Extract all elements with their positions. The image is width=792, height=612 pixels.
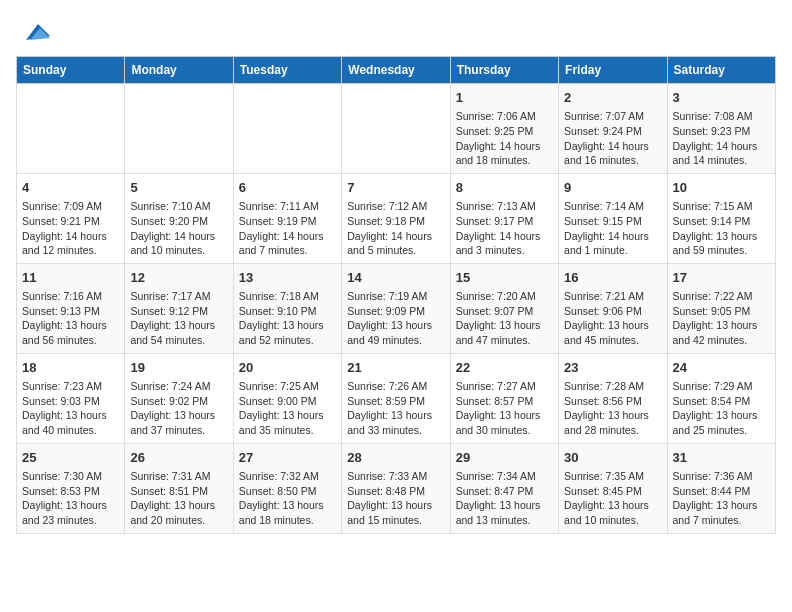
day-info: Sunrise: 7:15 AM Sunset: 9:14 PM Dayligh… xyxy=(673,199,770,258)
day-number: 19 xyxy=(130,359,227,377)
day-info: Sunrise: 7:23 AM Sunset: 9:03 PM Dayligh… xyxy=(22,379,119,438)
day-info: Sunrise: 7:11 AM Sunset: 9:19 PM Dayligh… xyxy=(239,199,336,258)
day-number: 4 xyxy=(22,179,119,197)
calendar-cell xyxy=(17,84,125,174)
day-info: Sunrise: 7:10 AM Sunset: 9:20 PM Dayligh… xyxy=(130,199,227,258)
logo xyxy=(16,16,50,48)
calendar-cell: 8Sunrise: 7:13 AM Sunset: 9:17 PM Daylig… xyxy=(450,173,558,263)
day-number: 21 xyxy=(347,359,444,377)
calendar-cell: 7Sunrise: 7:12 AM Sunset: 9:18 PM Daylig… xyxy=(342,173,450,263)
calendar-cell: 21Sunrise: 7:26 AM Sunset: 8:59 PM Dayli… xyxy=(342,353,450,443)
day-number: 17 xyxy=(673,269,770,287)
day-number: 10 xyxy=(673,179,770,197)
calendar-cell: 11Sunrise: 7:16 AM Sunset: 9:13 PM Dayli… xyxy=(17,263,125,353)
day-number: 23 xyxy=(564,359,661,377)
day-number: 13 xyxy=(239,269,336,287)
header-day-saturday: Saturday xyxy=(667,57,775,84)
day-number: 22 xyxy=(456,359,553,377)
calendar-cell: 17Sunrise: 7:22 AM Sunset: 9:05 PM Dayli… xyxy=(667,263,775,353)
day-info: Sunrise: 7:33 AM Sunset: 8:48 PM Dayligh… xyxy=(347,469,444,528)
day-number: 28 xyxy=(347,449,444,467)
day-info: Sunrise: 7:22 AM Sunset: 9:05 PM Dayligh… xyxy=(673,289,770,348)
day-info: Sunrise: 7:17 AM Sunset: 9:12 PM Dayligh… xyxy=(130,289,227,348)
day-info: Sunrise: 7:36 AM Sunset: 8:44 PM Dayligh… xyxy=(673,469,770,528)
calendar-header-row: SundayMondayTuesdayWednesdayThursdayFrid… xyxy=(17,57,776,84)
calendar-week-2: 4Sunrise: 7:09 AM Sunset: 9:21 PM Daylig… xyxy=(17,173,776,263)
calendar-cell: 6Sunrise: 7:11 AM Sunset: 9:19 PM Daylig… xyxy=(233,173,341,263)
header-day-sunday: Sunday xyxy=(17,57,125,84)
day-number: 7 xyxy=(347,179,444,197)
day-number: 30 xyxy=(564,449,661,467)
day-info: Sunrise: 7:25 AM Sunset: 9:00 PM Dayligh… xyxy=(239,379,336,438)
day-number: 26 xyxy=(130,449,227,467)
day-info: Sunrise: 7:29 AM Sunset: 8:54 PM Dayligh… xyxy=(673,379,770,438)
day-number: 12 xyxy=(130,269,227,287)
day-info: Sunrise: 7:20 AM Sunset: 9:07 PM Dayligh… xyxy=(456,289,553,348)
calendar-cell: 29Sunrise: 7:34 AM Sunset: 8:47 PM Dayli… xyxy=(450,443,558,533)
calendar-cell: 28Sunrise: 7:33 AM Sunset: 8:48 PM Dayli… xyxy=(342,443,450,533)
day-number: 1 xyxy=(456,89,553,107)
calendar-cell: 15Sunrise: 7:20 AM Sunset: 9:07 PM Dayli… xyxy=(450,263,558,353)
calendar-cell: 19Sunrise: 7:24 AM Sunset: 9:02 PM Dayli… xyxy=(125,353,233,443)
calendar-cell: 18Sunrise: 7:23 AM Sunset: 9:03 PM Dayli… xyxy=(17,353,125,443)
day-info: Sunrise: 7:06 AM Sunset: 9:25 PM Dayligh… xyxy=(456,109,553,168)
header xyxy=(16,16,776,48)
day-info: Sunrise: 7:27 AM Sunset: 8:57 PM Dayligh… xyxy=(456,379,553,438)
calendar-table: SundayMondayTuesdayWednesdayThursdayFrid… xyxy=(16,56,776,534)
day-info: Sunrise: 7:12 AM Sunset: 9:18 PM Dayligh… xyxy=(347,199,444,258)
calendar-cell: 4Sunrise: 7:09 AM Sunset: 9:21 PM Daylig… xyxy=(17,173,125,263)
day-number: 20 xyxy=(239,359,336,377)
calendar-cell xyxy=(125,84,233,174)
calendar-cell: 13Sunrise: 7:18 AM Sunset: 9:10 PM Dayli… xyxy=(233,263,341,353)
calendar-cell: 24Sunrise: 7:29 AM Sunset: 8:54 PM Dayli… xyxy=(667,353,775,443)
header-day-friday: Friday xyxy=(559,57,667,84)
day-number: 2 xyxy=(564,89,661,107)
day-number: 29 xyxy=(456,449,553,467)
day-number: 14 xyxy=(347,269,444,287)
calendar-cell: 30Sunrise: 7:35 AM Sunset: 8:45 PM Dayli… xyxy=(559,443,667,533)
header-day-tuesday: Tuesday xyxy=(233,57,341,84)
calendar-cell: 14Sunrise: 7:19 AM Sunset: 9:09 PM Dayli… xyxy=(342,263,450,353)
calendar-cell: 12Sunrise: 7:17 AM Sunset: 9:12 PM Dayli… xyxy=(125,263,233,353)
calendar-week-4: 18Sunrise: 7:23 AM Sunset: 9:03 PM Dayli… xyxy=(17,353,776,443)
logo-icon xyxy=(18,16,50,48)
calendar-cell: 9Sunrise: 7:14 AM Sunset: 9:15 PM Daylig… xyxy=(559,173,667,263)
day-info: Sunrise: 7:31 AM Sunset: 8:51 PM Dayligh… xyxy=(130,469,227,528)
day-info: Sunrise: 7:13 AM Sunset: 9:17 PM Dayligh… xyxy=(456,199,553,258)
day-info: Sunrise: 7:16 AM Sunset: 9:13 PM Dayligh… xyxy=(22,289,119,348)
day-info: Sunrise: 7:09 AM Sunset: 9:21 PM Dayligh… xyxy=(22,199,119,258)
calendar-cell: 23Sunrise: 7:28 AM Sunset: 8:56 PM Dayli… xyxy=(559,353,667,443)
day-number: 16 xyxy=(564,269,661,287)
day-info: Sunrise: 7:24 AM Sunset: 9:02 PM Dayligh… xyxy=(130,379,227,438)
calendar-week-1: 1Sunrise: 7:06 AM Sunset: 9:25 PM Daylig… xyxy=(17,84,776,174)
day-info: Sunrise: 7:21 AM Sunset: 9:06 PM Dayligh… xyxy=(564,289,661,348)
calendar-week-3: 11Sunrise: 7:16 AM Sunset: 9:13 PM Dayli… xyxy=(17,263,776,353)
calendar-cell xyxy=(233,84,341,174)
day-number: 8 xyxy=(456,179,553,197)
day-number: 6 xyxy=(239,179,336,197)
day-info: Sunrise: 7:30 AM Sunset: 8:53 PM Dayligh… xyxy=(22,469,119,528)
header-day-thursday: Thursday xyxy=(450,57,558,84)
calendar-cell: 22Sunrise: 7:27 AM Sunset: 8:57 PM Dayli… xyxy=(450,353,558,443)
day-number: 31 xyxy=(673,449,770,467)
day-number: 18 xyxy=(22,359,119,377)
calendar-cell: 20Sunrise: 7:25 AM Sunset: 9:00 PM Dayli… xyxy=(233,353,341,443)
calendar-cell: 16Sunrise: 7:21 AM Sunset: 9:06 PM Dayli… xyxy=(559,263,667,353)
day-number: 5 xyxy=(130,179,227,197)
day-info: Sunrise: 7:34 AM Sunset: 8:47 PM Dayligh… xyxy=(456,469,553,528)
header-day-monday: Monday xyxy=(125,57,233,84)
calendar-cell: 5Sunrise: 7:10 AM Sunset: 9:20 PM Daylig… xyxy=(125,173,233,263)
day-info: Sunrise: 7:07 AM Sunset: 9:24 PM Dayligh… xyxy=(564,109,661,168)
calendar-cell: 26Sunrise: 7:31 AM Sunset: 8:51 PM Dayli… xyxy=(125,443,233,533)
calendar-cell: 2Sunrise: 7:07 AM Sunset: 9:24 PM Daylig… xyxy=(559,84,667,174)
header-day-wednesday: Wednesday xyxy=(342,57,450,84)
day-number: 24 xyxy=(673,359,770,377)
day-number: 25 xyxy=(22,449,119,467)
day-info: Sunrise: 7:08 AM Sunset: 9:23 PM Dayligh… xyxy=(673,109,770,168)
day-number: 9 xyxy=(564,179,661,197)
day-info: Sunrise: 7:28 AM Sunset: 8:56 PM Dayligh… xyxy=(564,379,661,438)
calendar-cell: 3Sunrise: 7:08 AM Sunset: 9:23 PM Daylig… xyxy=(667,84,775,174)
day-info: Sunrise: 7:19 AM Sunset: 9:09 PM Dayligh… xyxy=(347,289,444,348)
day-number: 27 xyxy=(239,449,336,467)
day-info: Sunrise: 7:32 AM Sunset: 8:50 PM Dayligh… xyxy=(239,469,336,528)
